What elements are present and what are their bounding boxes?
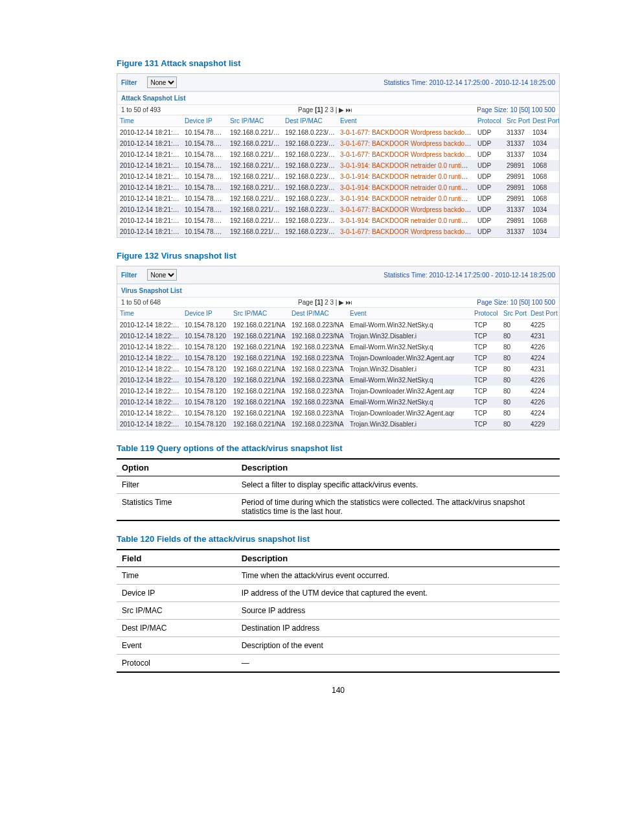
th-device[interactable]: Device IP <box>182 115 227 127</box>
figure-caption-131: Figure 131 Attack snapshot list <box>117 58 560 68</box>
th-src[interactable]: Src IP/MAC <box>227 115 282 127</box>
cell-dport: 1068 <box>530 182 559 193</box>
cell-device: 10.154.78.120 <box>182 408 231 419</box>
th-src[interactable]: Src IP/MAC <box>231 308 289 320</box>
attack-filter-row: Filter None Statistics Time: 2010-12-14 … <box>117 74 559 91</box>
cell-dest: 192.168.0.223/NA <box>282 149 338 160</box>
attack-stats-time: Statistics Time: 2010-12-14 17:25:00 - 2… <box>383 79 555 86</box>
cell-dest: 192.168.0.223/NA <box>282 160 338 171</box>
th-sport[interactable]: Src Port <box>504 115 530 127</box>
cell-dest: 192.168.0.223/NA <box>289 320 347 331</box>
virus-filter-select[interactable]: None <box>147 269 177 281</box>
cell-dport: 1034 <box>530 204 559 215</box>
pager-prefix: Page <box>298 299 315 306</box>
th-proto[interactable]: Protocol <box>475 115 504 127</box>
doc-cell-desc: IP address of the UTM device that captur… <box>236 585 560 602</box>
cell-src: 192.168.0.221/NA <box>231 386 289 397</box>
virus-pager[interactable]: Page [1] 2 3 | ▶ ⏭ <box>225 299 426 306</box>
cell-sport: 29891 <box>504 215 530 226</box>
doc-cell-field: Dest IP/MAC <box>117 620 236 637</box>
cell-dest: 192.168.0.223/NA <box>282 226 338 237</box>
attack-filter-select[interactable]: None <box>147 76 177 88</box>
cell-sport: 31337 <box>504 127 530 139</box>
pagesize-rest: 100 500 <box>530 299 555 306</box>
cell-device: 10.154.78.120 <box>182 386 231 397</box>
cell-src: 192.168.0.221/NA <box>227 138 282 149</box>
event-link[interactable]: 3-0-1-914: BACKDOOR netraider 0.0 runtim… <box>340 162 475 169</box>
virus-info-bar: 1 to 50 of 648 Page [1] 2 3 | ▶ ⏭ Page S… <box>117 297 559 308</box>
th-desc: Description <box>236 550 560 567</box>
cell-src: 192.168.0.221/NA <box>231 419 289 430</box>
cell-proto: UDP <box>475 127 504 139</box>
th-event[interactable]: Event <box>347 308 472 320</box>
table-row: 2010-12-14 18:22:2310.154.78.120192.168.… <box>117 342 559 353</box>
th-dport[interactable]: Dest Port <box>530 115 559 127</box>
doc-table-row: Device IPIP address of the UTM device th… <box>117 585 560 602</box>
event-link[interactable]: 3-0-1-914: BACKDOOR netraider 0.0 runtim… <box>340 217 475 224</box>
attack-panel-title: Attack Snapshot List <box>117 91 559 104</box>
th-dest[interactable]: Dest IP/MAC <box>282 115 338 127</box>
th-proto[interactable]: Protocol <box>472 308 501 320</box>
filter-label: Filter <box>121 272 137 279</box>
event-link[interactable]: 3-0-1-677: BACKDOOR Wordpress backdoor f… <box>340 140 475 147</box>
event-link[interactable]: 3-0-1-914: BACKDOOR netraider 0.0 runtim… <box>340 173 475 180</box>
cell-dest: 192.168.0.223/NA <box>282 138 338 149</box>
cell-device: 10.154.78.120 <box>182 342 231 353</box>
cell-proto: UDP <box>475 204 504 215</box>
cell-dest: 192.168.0.223/NA <box>289 342 347 353</box>
th-time[interactable]: Time <box>117 308 182 320</box>
table-row: 2010-12-14 18:22:2310.154.78.120192.168.… <box>117 331 559 342</box>
pagesize-prefix: Page Size: 10 <box>477 106 519 113</box>
th-device[interactable]: Device IP <box>182 308 231 320</box>
cell-sport: 80 <box>501 353 528 364</box>
cell-sport: 80 <box>501 397 528 408</box>
event-link[interactable]: 3-0-1-677: BACKDOOR Wordpress backdoor f… <box>340 129 475 136</box>
attack-page-size[interactable]: Page Size: 10 [50] 100 500 <box>426 106 555 113</box>
doc-table-row: Dest IP/MACDestination IP address <box>117 620 560 637</box>
pager-current: [1] <box>315 106 323 113</box>
cell-proto: TCP <box>472 397 501 408</box>
cell-dport: 1034 <box>530 149 559 160</box>
cell-dest: 192.168.0.223/NA <box>282 215 338 226</box>
cell-event: 3-0-1-677: BACKDOOR Wordpress backdoor f… <box>338 226 475 237</box>
th-time[interactable]: Time <box>117 115 182 127</box>
cell-device: 10.154.78.120 <box>182 215 227 226</box>
cell-device: 10.154.78.120 <box>182 182 227 193</box>
cell-proto: UDP <box>475 138 504 149</box>
cell-dport: 1068 <box>530 193 559 204</box>
th-sport[interactable]: Src Port <box>501 308 528 320</box>
cell-dport: 4229 <box>528 419 559 430</box>
cell-time: 2010-12-14 18:22:23 <box>117 397 182 408</box>
event-link[interactable]: 3-0-1-677: BACKDOOR Wordpress backdoor f… <box>340 151 475 158</box>
pagesize-current: [50] <box>519 299 530 306</box>
cell-src: 192.168.0.221/NA <box>227 149 282 160</box>
event-link[interactable]: 3-0-1-914: BACKDOOR netraider 0.0 runtim… <box>340 195 475 202</box>
cell-proto: UDP <box>475 215 504 226</box>
pager-rest: 2 3 | ▶ ⏭ <box>323 106 352 113</box>
event-link[interactable]: 3-0-1-914: BACKDOOR netraider 0.0 runtim… <box>340 184 475 191</box>
doc-cell-desc: — <box>236 655 560 673</box>
cell-sport: 29891 <box>504 160 530 171</box>
virus-page-size[interactable]: Page Size: 10 [50] 100 500 <box>426 299 555 306</box>
pager-prefix: Page <box>298 106 315 113</box>
doc-cell-desc: Select a filter to display specific atta… <box>236 476 560 494</box>
table-row: 2010-12-14 18:21:4710.154.78.120192.168.… <box>117 127 559 139</box>
cell-event: 3-0-1-677: BACKDOOR Wordpress backdoor f… <box>338 127 475 139</box>
cell-event: Trojan.Win32.Disabler.i <box>347 331 472 342</box>
doc-cell-option: Statistics Time <box>117 494 236 521</box>
cell-time: 2010-12-14 18:21:47 <box>117 215 182 226</box>
attack-pager[interactable]: Page [1] 2 3 | ▶ ⏭ <box>225 106 426 113</box>
cell-device: 10.154.78.120 <box>182 204 227 215</box>
th-event[interactable]: Event <box>338 115 475 127</box>
event-link[interactable]: 3-0-1-677: BACKDOOR Wordpress backdoor f… <box>340 206 475 213</box>
doc-cell-field: Time <box>117 567 236 585</box>
event-link[interactable]: 3-0-1-677: BACKDOOR Wordpress backdoor f… <box>340 228 475 235</box>
doc-table-row: Protocol— <box>117 655 560 673</box>
th-dport[interactable]: Dest Port <box>528 308 559 320</box>
cell-proto: TCP <box>472 408 501 419</box>
cell-device: 10.154.78.120 <box>182 419 231 430</box>
th-dest[interactable]: Dest IP/MAC <box>289 308 347 320</box>
table-caption-119: Table 119 Query options of the attack/vi… <box>117 443 560 453</box>
cell-dest: 192.168.0.223/NA <box>289 419 347 430</box>
cell-src: 192.168.0.221/NA <box>227 160 282 171</box>
